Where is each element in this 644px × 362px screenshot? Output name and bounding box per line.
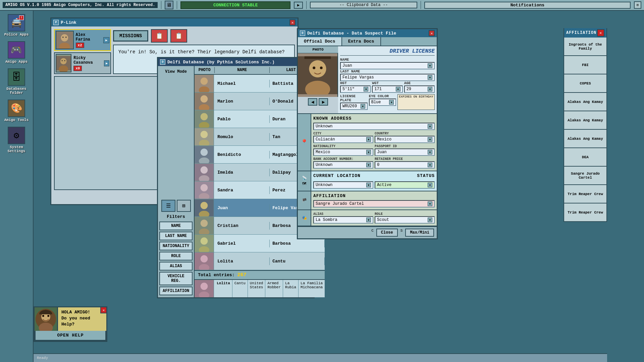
dl-eye-input[interactable]: Blue ▼ — [369, 99, 396, 106]
dl-eye-expand[interactable]: ▼ — [389, 100, 394, 105]
photo-next-btn[interactable]: ▶ — [319, 98, 328, 106]
list-view-btn[interactable]: ☰ — [161, 200, 175, 212]
dl-wgt-input[interactable]: 171 ▼ — [372, 85, 402, 93]
aff-item-2[interactable]: COPES — [564, 74, 606, 93]
tab-official-docs[interactable]: Offical Docs — [298, 37, 342, 46]
filter-affiliation[interactable]: AFFILIATION — [159, 287, 193, 295]
plink-title: P-Link — [61, 20, 76, 25]
dl-wgt-expand[interactable]: ▼ — [396, 87, 400, 92]
dl-hgt-expand[interactable]: ▼ — [364, 87, 368, 92]
aff-item-7[interactable]: Sangre Jurado Cartel — [564, 167, 606, 185]
bank-expand[interactable]: ▼ — [366, 163, 371, 167]
location-expand[interactable]: ▼ — [366, 183, 371, 187]
aff-item-1[interactable]: FBI — [564, 56, 606, 74]
dl-hgt-input[interactable]: 5'11" ▼ — [340, 85, 371, 93]
filters-panel: View Mode ☰ ⊞ Filters NAME LAST NAME NAT… — [158, 66, 195, 297]
location-header: CURRENT LOCATION STATUS — [313, 173, 435, 180]
aff-close-btn[interactable]: ✕ — [597, 29, 604, 37]
mission-icon-1[interactable]: 📋 — [151, 29, 168, 43]
help-text: HOLA AMIGO! Do you need Help? — [58, 307, 106, 331]
role-input[interactable]: Scout ▼ — [375, 216, 435, 224]
dl-lastname-input[interactable]: Felipe Vargas ▼ — [340, 74, 435, 81]
help-close-button[interactable]: ✕ — [100, 307, 107, 313]
dl-age-field: AGE 29 ▼ — [404, 81, 435, 93]
status-expand[interactable]: ▼ — [428, 183, 432, 187]
delfi-file-window: D Delfi Database - Data Suspect File ✕ O… — [297, 28, 438, 239]
alias-expand[interactable]: ▼ — [366, 218, 371, 222]
address-expand[interactable]: ▼ — [428, 124, 432, 129]
notifications-icon[interactable]: ⊞ — [634, 1, 641, 9]
filter-vehicle[interactable]: VEHICLE REG. — [159, 272, 193, 285]
retainer-input[interactable]: 0 ▼ — [375, 161, 435, 169]
dl-plate-expand[interactable]: ▼ — [361, 104, 365, 109]
dl-name-input[interactable]: Juan ▼ — [340, 62, 435, 69]
sidebar-item-databases[interactable]: 🗄 Databases folder — [0, 68, 33, 95]
nationality-expand[interactable]: ▼ — [366, 150, 371, 155]
aff-item-6[interactable]: DEA — [564, 148, 606, 167]
aff-item-8[interactable]: Trim Reaper Crew — [564, 185, 606, 203]
bank-input[interactable]: Unknown ▼ — [313, 161, 373, 169]
alias-input[interactable]: La Sombra ▼ — [313, 216, 373, 224]
connection-btn[interactable]: ▶ — [294, 2, 303, 9]
aff-item-4[interactable]: Alakas Ang Kamay — [564, 111, 606, 130]
mission-icon-2[interactable]: 📋 — [170, 29, 187, 43]
filters-label: Filters — [159, 213, 193, 220]
photo-prev-btn[interactable]: ◀ — [308, 98, 317, 106]
dl-lastname-expand[interactable]: ▼ — [428, 75, 432, 80]
row-photo-2 — [195, 110, 214, 128]
plink-close-button[interactable]: ✕ — [289, 19, 296, 25]
nationality-input[interactable]: Mexico ▼ — [313, 148, 373, 156]
sidebar-item-amigo-apps[interactable]: 🎮 Amigo Apps — [5, 41, 28, 64]
aff-item-5[interactable]: Alakas Ang Kamay — [564, 130, 606, 148]
filter-role[interactable]: ROLE — [159, 252, 193, 260]
filter-lastname[interactable]: LAST NAME — [159, 232, 193, 240]
country-expand[interactable]: ▼ — [428, 137, 432, 142]
sidebar-item-police[interactable]: 🚔 ! Police Apps — [4, 14, 29, 37]
maxmini-button[interactable]: Max/Mini — [405, 229, 434, 237]
dl-plate-input[interactable]: WRU269 ▼ — [340, 103, 368, 110]
status-bar: Ready — [34, 353, 607, 362]
aff-item-3[interactable]: Alakas Ang Kamay — [564, 93, 606, 111]
affiliation-expand[interactable]: ▼ — [428, 201, 432, 206]
location-input[interactable]: Unknown ▼ — [313, 181, 373, 189]
address-input[interactable]: Unknown ▼ — [313, 123, 435, 130]
help-open-button[interactable]: OPEN HELP — [35, 331, 106, 341]
aff-item-9[interactable]: Trim Reaper Crew — [564, 203, 606, 222]
filter-name[interactable]: NAME — [159, 222, 193, 230]
missions-button[interactable]: MISSIONS — [113, 30, 148, 42]
participant-alex[interactable]: Alex Farina x2 ▶ — [54, 29, 111, 51]
notifications-label[interactable]: Notifications — [424, 2, 631, 9]
extended-row[interactable]: Lolita Cantu United States Armed Robber … — [195, 279, 325, 297]
participant-ricky[interactable]: Ricky Casanova x0 ▶ — [54, 52, 111, 74]
close-button[interactable]: Close — [376, 229, 398, 237]
city-input[interactable]: Culiacán ▼ — [313, 136, 373, 143]
ricky-arrow[interactable]: ▶ — [104, 60, 109, 66]
sidebar-item-amigo-tools[interactable]: 🎨 Amigo Tools — [4, 100, 29, 122]
affiliation-input[interactable]: Sangre Jurado Cartel ▼ — [313, 200, 435, 207]
filter-alias[interactable]: ALIAS — [159, 262, 193, 270]
dl-age-input[interactable]: 29 ▼ — [404, 85, 435, 93]
total-bar: Total entries: 267 — [195, 270, 325, 279]
city-expand[interactable]: ▼ — [366, 137, 371, 142]
passport-input[interactable]: Juan ▼ — [375, 148, 435, 156]
passport-expand[interactable]: ▼ — [428, 150, 432, 155]
svg-point-3 — [62, 37, 64, 38]
delfi-file-close[interactable]: ✕ — [429, 30, 435, 36]
retainer-value: 0 — [377, 163, 379, 167]
aff-item-0[interactable]: Ingroots of the Family — [564, 38, 606, 56]
dl-age-expand[interactable]: ▼ — [428, 87, 432, 92]
filter-nationality[interactable]: NATIONALITY — [159, 242, 193, 250]
system-settings-icon: ⚙ — [8, 127, 25, 144]
dl-eye-label: EYE COLOR — [369, 94, 396, 98]
plink-titlebar: P P-Link ✕ — [51, 18, 298, 26]
retainer-expand[interactable]: ▼ — [428, 163, 432, 167]
grid-view-btn[interactable]: ⊞ — [177, 200, 191, 212]
tab-extra-docs[interactable]: Extra Docs — [342, 37, 381, 46]
role-expand[interactable]: ▼ — [428, 218, 432, 222]
sidebar-item-system[interactable]: ⚙ System Settings — [0, 127, 33, 153]
country-input[interactable]: Mexico ▼ — [375, 136, 435, 143]
status-input[interactable]: Active ▼ — [375, 181, 435, 189]
alex-arrow[interactable]: ▶ — [103, 37, 109, 43]
table-row[interactable]: Lolita Cantu — [195, 252, 325, 270]
dl-name-expand[interactable]: ▼ — [428, 63, 432, 68]
